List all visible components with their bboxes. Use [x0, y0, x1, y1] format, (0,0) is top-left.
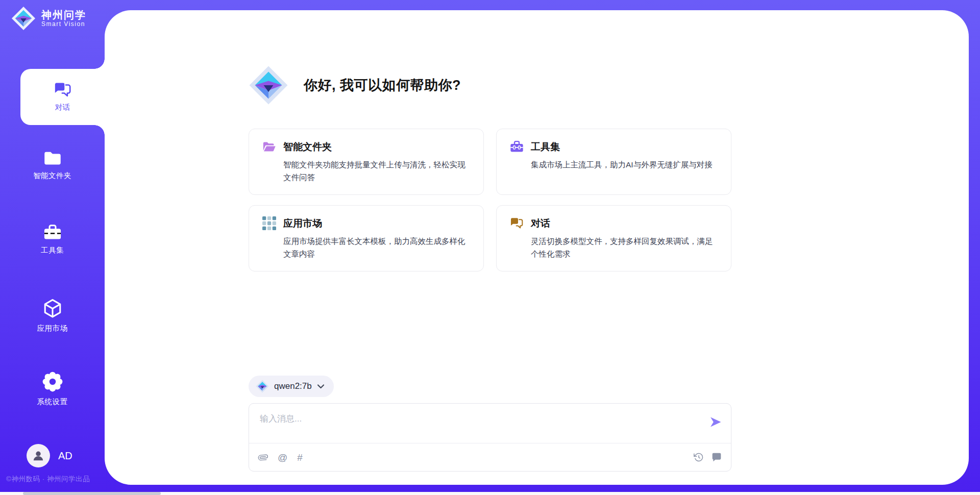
chevron-down-icon [317, 383, 325, 389]
card-description: 智能文件夹功能支持批量文件上传与清洗，轻松实现文件问答 [283, 158, 470, 184]
send-icon [709, 415, 722, 429]
logo-diamond-icon [256, 380, 269, 393]
send-button[interactable] [708, 415, 723, 429]
card-description: 集成市场上主流工具，助力AI与外界无缝扩展与对接 [531, 158, 718, 171]
app-root: 神州问学 Smart Vision 对话 智能文件夹 [0, 0, 980, 495]
card-title: 对话 [531, 217, 550, 230]
toolbox-icon [510, 140, 524, 154]
comment-icon[interactable] [712, 452, 722, 462]
feature-cards: 智能文件夹 智能文件夹功能支持批量文件上传与清洗，轻松实现文件问答 [249, 129, 731, 271]
horizontal-scrollbar[interactable] [0, 492, 980, 495]
card-title: 智能文件夹 [283, 140, 332, 154]
message-composer: @ # [249, 403, 731, 472]
greeting-text: 你好, 我可以如何帮助你? [304, 76, 461, 94]
paperclip-icon[interactable] [256, 451, 270, 464]
card-app-market[interactable]: 应用市场 应用市场提供丰富长文本模板，助力高效生成多样化文章内容 [249, 205, 484, 271]
card-description: 应用市场提供丰富长文本模板，助力高效生成多样化文章内容 [283, 235, 470, 260]
folder-open-icon [262, 140, 276, 154]
history-icon[interactable] [694, 452, 704, 462]
card-title: 工具集 [531, 140, 560, 154]
card-chat[interactable]: 对话 灵活切换多模型文件，支持多样回复效果调试，满足个性化需求 [496, 205, 731, 271]
composer-toolbar-right [694, 452, 722, 462]
message-input[interactable] [249, 404, 731, 442]
chat-icon [510, 216, 524, 230]
card-description: 灵活切换多模型文件，支持多样回复效果调试，满足个性化需求 [531, 235, 718, 260]
hash-icon[interactable]: # [297, 453, 303, 462]
grid-icon [262, 216, 276, 230]
greeting-block: 你好, 我可以如何帮助你? [249, 65, 731, 105]
main-content: 你好, 我可以如何帮助你? 智能文件夹 智能文件夹功能支持批量文件上传与清洗，轻… [0, 0, 980, 495]
model-selector[interactable]: qwen2:7b [249, 376, 334, 397]
composer-toolbar: @ # [249, 443, 731, 471]
card-title: 应用市场 [283, 217, 322, 230]
card-toolbox[interactable]: 工具集 集成市场上主流工具，助力AI与外界无缝扩展与对接 [496, 129, 731, 195]
at-icon[interactable]: @ [278, 453, 287, 462]
model-name: qwen2:7b [274, 381, 312, 391]
logo-diamond-icon [249, 65, 288, 105]
scrollbar-thumb[interactable] [23, 492, 161, 495]
card-smart-folder[interactable]: 智能文件夹 智能文件夹功能支持批量文件上传与清洗，轻松实现文件问答 [249, 129, 484, 195]
